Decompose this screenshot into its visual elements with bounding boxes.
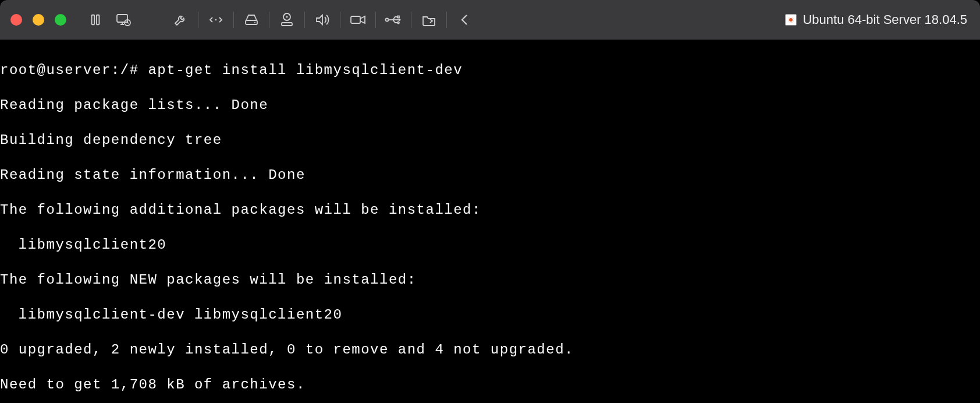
svg-point-15 (386, 19, 389, 22)
terminal-line: Reading package lists... Done (0, 97, 980, 114)
svg-rect-11 (282, 23, 292, 26)
terminal-line: The following additional packages will b… (0, 202, 980, 219)
svg-marker-14 (360, 16, 365, 23)
terminal-line: Need to get 1,708 kB of archives. (0, 376, 980, 394)
pause-icon[interactable] (81, 8, 109, 31)
toolbar-separator (446, 12, 447, 28)
resize-icon[interactable] (202, 8, 230, 31)
window-minimize-button[interactable] (33, 14, 44, 26)
terminal-line: Reading state information... Done (0, 167, 980, 184)
harddisk-icon[interactable] (237, 8, 265, 31)
sound-icon[interactable] (308, 8, 336, 31)
window-titlebar: Ubuntu 64-bit Server 18.04.5 (0, 0, 980, 40)
svg-point-19 (397, 22, 399, 24)
snapshot-icon[interactable] (109, 8, 137, 31)
window-title: Ubuntu 64-bit Server 18.04.5 (803, 12, 967, 27)
vm-logo-icon (785, 14, 797, 26)
terminal-line: root@userver:/# apt-get install libmysql… (0, 62, 980, 79)
svg-rect-1 (97, 15, 100, 25)
svg-rect-0 (92, 15, 95, 25)
toolbar-separator (233, 12, 234, 28)
svg-point-10 (286, 16, 288, 18)
svg-rect-2 (117, 15, 127, 22)
back-icon[interactable] (450, 8, 478, 31)
svg-rect-18 (397, 16, 399, 18)
toolbar-separator (269, 12, 269, 28)
window-close-button[interactable] (10, 14, 22, 26)
toolbar-separator (198, 12, 198, 28)
terminal-line: The following NEW packages will be insta… (0, 271, 980, 289)
toolbar (81, 8, 478, 31)
toolbar-separator (411, 12, 411, 28)
window-controls (10, 14, 66, 26)
terminal-line: Building dependency tree (0, 132, 980, 149)
install-icon[interactable] (273, 8, 301, 31)
wrench-icon[interactable] (166, 8, 194, 31)
terminal-viewport[interactable]: root@userver:/# apt-get install libmysql… (0, 40, 980, 403)
toolbar-separator (304, 12, 305, 28)
usb-icon[interactable] (379, 8, 407, 31)
terminal-line: libmysqlclient-dev libmysqlclient20 (0, 306, 980, 324)
window-title-area: Ubuntu 64-bit Server 18.04.5 (785, 0, 967, 40)
svg-point-8 (254, 22, 255, 23)
svg-rect-13 (351, 16, 360, 23)
camera-icon[interactable] (344, 8, 372, 31)
svg-point-6 (215, 19, 216, 20)
share-folder-icon[interactable] (415, 8, 443, 31)
terminal-line: 0 upgraded, 2 newly installed, 0 to remo… (0, 341, 980, 359)
window-zoom-button[interactable] (55, 14, 66, 26)
svg-marker-17 (399, 18, 401, 22)
svg-marker-12 (317, 15, 322, 24)
toolbar-separator (340, 12, 340, 28)
terminal-line: libmysqlclient20 (0, 236, 980, 254)
toolbar-separator (375, 12, 376, 28)
